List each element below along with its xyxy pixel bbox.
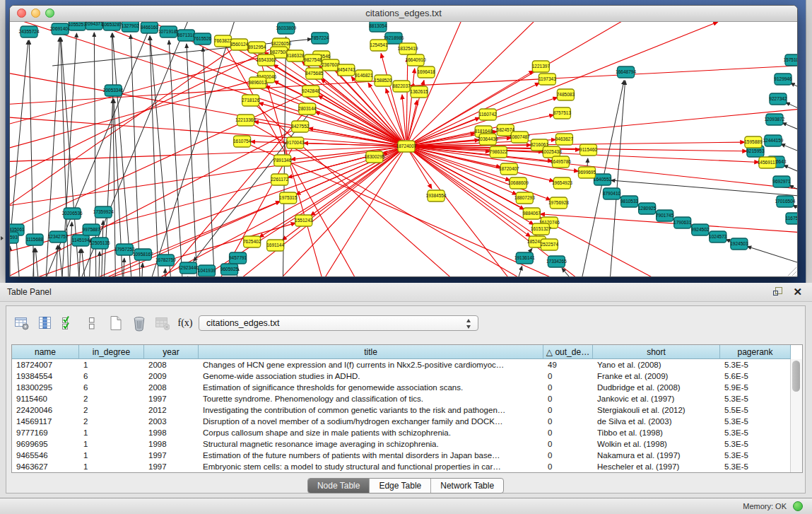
window-close-button[interactable] (17, 8, 26, 18)
graph-node[interactable]: 7625402 (243, 236, 261, 247)
clear-selection-button[interactable] (83, 315, 100, 332)
tab-node-table[interactable]: Node Table (308, 479, 370, 493)
table-row[interactable]: 946554611997Estimation of the future num… (12, 450, 802, 461)
graph-node[interactable]: 9692971 (772, 176, 791, 187)
table-row[interactable]: 1456911722003Disruption of a novel membe… (12, 416, 802, 427)
graph-node[interactable]: 20206536 (62, 208, 83, 219)
graph-node[interactable]: 17334265 (546, 256, 567, 267)
graph-node[interactable]: 12213369 (235, 115, 256, 126)
graph-node[interactable]: 12923446 (178, 262, 199, 274)
graph-node[interactable]: 8475685 (305, 68, 324, 79)
graph-node[interactable]: 8790410 (603, 188, 621, 199)
graph-node[interactable]: 9457791 (229, 252, 247, 264)
graph-node[interactable]: 1640552 (594, 174, 612, 185)
column-header-title[interactable]: title (199, 345, 543, 359)
scrollbar-thumb[interactable] (792, 361, 800, 392)
graph-node[interactable]: 10719185 (158, 26, 179, 37)
tab-network-table[interactable]: Network Table (431, 479, 503, 493)
graph-node[interactable]: 1975315 (279, 192, 298, 204)
graph-node[interactable]: 9227342 (769, 93, 787, 105)
table-scrollbar[interactable] (790, 359, 802, 472)
graph-node[interactable]: 1362615 (410, 86, 428, 98)
table-row[interactable]: 911546021997Tourette syndrome. Phenomeno… (12, 393, 802, 404)
graph-node[interactable]: 1610754 (233, 136, 252, 147)
table-row[interactable]: 2242004622012Investigating the contribut… (12, 404, 802, 416)
graph-node[interactable]: 391593 (10, 232, 18, 243)
graph-node[interactable]: 1254541 (370, 40, 388, 51)
graph-node[interactable]: 16648794 (616, 66, 636, 78)
column-header-pagerank[interactable]: pagerank (720, 345, 791, 359)
table-row[interactable]: 977716911998Corpus callosum shape and si… (12, 427, 802, 438)
graph-node[interactable]: 10958167 (133, 249, 153, 260)
graph-node[interactable]: 1024573 (709, 231, 727, 243)
new-table-button[interactable] (107, 315, 124, 332)
float-panel-icon[interactable] (773, 287, 782, 296)
graph-node[interactable]: 2261172 (271, 174, 288, 185)
graph-node[interactable]: 10807487 (510, 132, 530, 143)
graph-node[interactable]: 9170043 (286, 137, 305, 148)
graph-node[interactable]: 17359924 (93, 206, 114, 218)
graph-node[interactable]: 8186328 (286, 50, 305, 62)
graph-node[interactable]: 2803144 (298, 103, 317, 115)
graph-node[interactable]: 9463627 (555, 134, 574, 145)
graph-node[interactable]: 8427552 (291, 121, 310, 132)
close-panel-icon[interactable]: ✕ (793, 285, 802, 299)
graph-node[interactable]: 1055257 (69, 22, 87, 30)
column-header-name[interactable]: name (12, 345, 79, 359)
graph-node[interactable]: 18807293 (514, 192, 535, 204)
graph-node[interactable]: 9810533 (620, 196, 639, 207)
graph-node[interactable]: 16782759 (155, 255, 176, 266)
graph-node[interactable]: 7615526 (194, 33, 212, 45)
graph-node[interactable]: 1691144 (266, 240, 284, 251)
column-header-out-de-[interactable]: △ out_de… (543, 345, 593, 359)
select-columns-button[interactable] (37, 315, 54, 332)
graph-node[interactable]: 9884067 (523, 208, 541, 219)
delete-button[interactable] (130, 315, 147, 332)
graph-node[interactable]: 16151327 (531, 223, 551, 235)
table-row[interactable]: 969969511998Structural magnetic resonanc… (12, 438, 802, 450)
graph-node[interactable]: 8822037 (392, 81, 411, 92)
graph-node[interactable]: 9605925 (220, 264, 239, 275)
graph-node[interactable]: 8757513 (553, 107, 572, 119)
graph-node[interactable]: 1197343 (539, 74, 556, 85)
graph-node[interactable]: 18724007 (396, 141, 417, 152)
graph-node[interactable]: 1588520 (374, 75, 392, 86)
graph-node[interactable]: 17016504 (775, 196, 795, 207)
function-builder-button[interactable]: f(x) (177, 315, 194, 332)
graph-node[interactable]: 9115460 (579, 144, 597, 156)
graph-node[interactable]: 1696418 (417, 66, 435, 78)
graph-node[interactable]: 7901745 (656, 210, 674, 221)
graph-node[interactable]: 1924503 (730, 238, 748, 250)
citation-graph[interactable]: 2435572420691406105525720943711065328713… (10, 22, 797, 276)
graph-node[interactable]: 9975887 (83, 224, 101, 235)
window-minimize-button[interactable] (31, 8, 40, 18)
import-table-button[interactable] (153, 315, 170, 332)
graph-node[interactable]: 16495786 (551, 156, 571, 168)
table-row[interactable]: 946362711997Embryonic stem cells: a mode… (12, 461, 802, 472)
graph-node[interactable]: 16640910 (406, 54, 426, 66)
select-all-button[interactable] (60, 315, 77, 332)
graph-node[interactable]: 8454743 (337, 64, 355, 76)
network-window-titlebar[interactable]: citations_edges.txt (10, 6, 797, 22)
graph-node[interactable]: 8466160 (141, 22, 159, 33)
graph-node[interactable]: 7485083 (557, 89, 575, 100)
left-collapsed-panel[interactable] (0, 0, 6, 283)
graph-node[interactable]: 2718126 (242, 95, 260, 106)
graph-node[interactable]: 1041939 (198, 265, 216, 276)
graph-node[interactable]: 12505135 (90, 238, 110, 249)
right-collapsed-panel[interactable] (806, 0, 812, 283)
graph-node[interactable]: 18325419 (398, 43, 418, 54)
graph-node[interactable]: 1595889 (744, 136, 763, 148)
graph-node[interactable]: 9827548 (304, 54, 322, 66)
graph-node[interactable]: 12342757 (48, 231, 69, 243)
graph-node[interactable]: 9896012 (249, 77, 267, 88)
graph-node[interactable]: 10653287 (102, 22, 122, 30)
graph-node[interactable]: 14569117 (758, 157, 778, 168)
column-header-year[interactable]: year (144, 345, 199, 359)
expand-panel-arrow-icon[interactable] (1, 236, 4, 240)
graph-node[interactable]: 9242848 (302, 86, 320, 97)
network-canvas[interactable]: 2435572420691406105525720943711065328713… (10, 22, 797, 276)
graph-node[interactable]: 18300295 (364, 151, 384, 163)
graph-node[interactable]: 7891346 (273, 155, 292, 166)
table-row[interactable]: 1872400712008Changes of HCN gene express… (12, 359, 802, 370)
